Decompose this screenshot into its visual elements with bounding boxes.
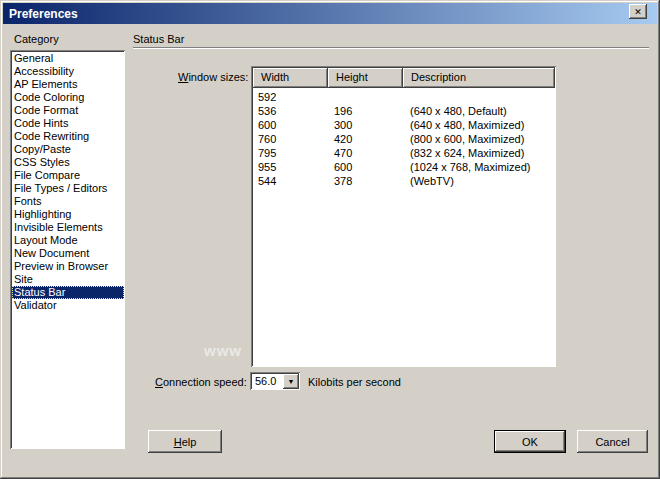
table-cell: (1024 x 768, Maximized) <box>403 160 555 174</box>
table-cell: 955 <box>253 160 328 174</box>
heading-separator <box>133 47 649 49</box>
close-icon: ✕ <box>634 7 642 17</box>
category-item-preview-in-browser[interactable]: Preview in Browser <box>12 260 124 273</box>
column-header-description: Description <box>403 68 555 88</box>
table-row[interactable]: 544378(WebTV) <box>253 174 555 188</box>
table-cell: 536 <box>253 104 328 118</box>
category-label: Category <box>14 33 59 45</box>
table-cell: 544 <box>253 174 328 188</box>
table-cell: 795 <box>253 146 328 160</box>
watermark: www <box>204 342 242 359</box>
table-cell: 760 <box>253 132 328 146</box>
cancel-button[interactable]: Cancel <box>577 430 648 453</box>
table-cell: (640 x 480, Default) <box>403 104 555 118</box>
table-cell: 420 <box>328 132 403 146</box>
category-item-code-format[interactable]: Code Format <box>12 104 124 117</box>
table-cell: 592 <box>253 90 328 104</box>
category-item-fonts[interactable]: Fonts <box>12 195 124 208</box>
category-item-status-bar[interactable]: Status Bar <box>12 286 124 299</box>
table-cell <box>403 90 555 104</box>
table-cell: 300 <box>328 118 403 132</box>
ok-button[interactable]: OK <box>494 430 566 453</box>
chevron-down-icon: ▼ <box>288 378 295 385</box>
category-item-copy-paste[interactable]: Copy/Paste <box>12 143 124 156</box>
category-item-new-document[interactable]: New Document <box>12 247 124 260</box>
table-row[interactable]: 955600(1024 x 768, Maximized) <box>253 160 555 174</box>
table-row[interactable]: 592 <box>253 90 555 104</box>
combo-arrow-button[interactable]: ▼ <box>283 374 299 389</box>
table-cell: 470 <box>328 146 403 160</box>
table-cell: 378 <box>328 174 403 188</box>
window-sizes-label: Window sizes: <box>178 71 248 83</box>
table-cell: 600 <box>328 160 403 174</box>
connection-speed-label: Connection speed: <box>155 376 247 388</box>
table-cell: (832 x 624, Maximized) <box>403 146 555 160</box>
category-item-css-styles[interactable]: CSS Styles <box>12 156 124 169</box>
category-item-general[interactable]: General <box>12 52 124 65</box>
panel-heading: Status Bar <box>133 33 184 45</box>
table-row[interactable]: 760420(800 x 600, Maximized) <box>253 132 555 146</box>
window-sizes-header: WidthHeightDescription <box>253 68 555 88</box>
table-cell: (800 x 600, Maximized) <box>403 132 555 146</box>
connection-speed-select[interactable]: 56.0 ▼ <box>250 372 301 391</box>
category-item-file-types-editors[interactable]: File Types / Editors <box>12 182 124 195</box>
category-item-layout-mode[interactable]: Layout Mode <box>12 234 124 247</box>
close-button[interactable]: ✕ <box>629 4 647 19</box>
table-row[interactable]: 536196(640 x 480, Default) <box>253 104 555 118</box>
category-item-invisible-elements[interactable]: Invisible Elements <box>12 221 124 234</box>
table-cell: (WebTV) <box>403 174 555 188</box>
window-sizes-body: 592536196(640 x 480, Default)600300(640 … <box>253 88 555 188</box>
category-item-highlighting[interactable]: Highlighting <box>12 208 124 221</box>
title-bar[interactable]: Preferences <box>3 3 657 24</box>
table-row[interactable]: 795470(832 x 624, Maximized) <box>253 146 555 160</box>
category-list: GeneralAccessibilityAP ElementsCode Colo… <box>10 50 126 450</box>
table-cell: (640 x 480, Maximized) <box>403 118 555 132</box>
table-cell: 600 <box>253 118 328 132</box>
category-item-site[interactable]: Site <box>12 273 124 286</box>
preferences-dialog: Preferences ✕ Category Status Bar Genera… <box>0 0 660 479</box>
category-item-code-hints[interactable]: Code Hints <box>12 117 124 130</box>
table-row[interactable]: 600300(640 x 480, Maximized) <box>253 118 555 132</box>
category-item-code-coloring[interactable]: Code Coloring <box>12 91 124 104</box>
category-item-code-rewriting[interactable]: Code Rewriting <box>12 130 124 143</box>
category-item-accessibility[interactable]: Accessibility <box>12 65 124 78</box>
connection-speed-value: 56.0 <box>250 374 283 389</box>
table-cell: 196 <box>328 104 403 118</box>
category-item-validator[interactable]: Validator <box>12 299 124 312</box>
window-sizes-table: WidthHeightDescription 592536196(640 x 4… <box>251 66 557 368</box>
table-cell <box>328 90 403 104</box>
help-button[interactable]: Help <box>148 430 222 453</box>
column-header-width: Width <box>253 68 328 88</box>
category-item-file-compare[interactable]: File Compare <box>12 169 124 182</box>
column-header-height: Height <box>328 68 403 88</box>
window-title: Preferences <box>9 7 78 21</box>
connection-speed-unit: Kilobits per second <box>308 376 401 388</box>
category-item-ap-elements[interactable]: AP Elements <box>12 78 124 91</box>
